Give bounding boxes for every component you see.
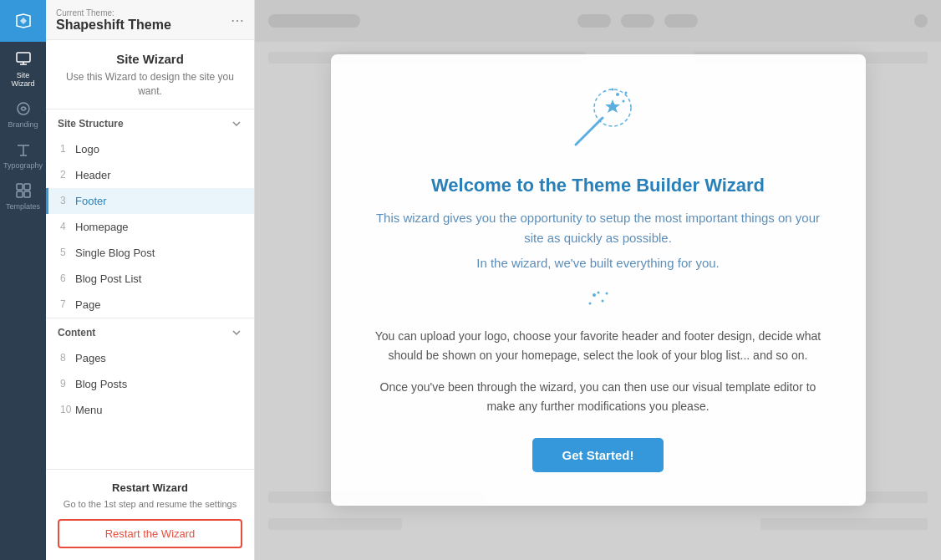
wizard-card: Welcome to the Theme Builder Wizard This… — [331, 54, 866, 505]
sidebar-item-typography[interactable]: Typography — [0, 132, 46, 173]
nav-item-logo[interactable]: 1 Logo — [46, 136, 254, 162]
restart-section: Restart Wizard Go to the 1st step and re… — [46, 469, 254, 560]
content-label: Content — [58, 327, 95, 339]
sidebar-item-branding[interactable]: Branding — [0, 91, 46, 132]
nav-item-page[interactable]: 7 Page — [46, 292, 254, 318]
theme-title: Shapeshift Theme — [56, 18, 171, 33]
nav-item-homepage[interactable]: 4 Homepage — [46, 214, 254, 240]
svg-point-8 — [622, 100, 624, 103]
svg-point-14 — [601, 300, 603, 303]
wizard-card-lead: This wizard gives you the opportunity to… — [373, 208, 824, 248]
wizard-sparkles-icon — [577, 288, 619, 313]
nav-item-header[interactable]: 2 Header — [46, 162, 254, 188]
sidebar-header-meta-block: Current Theme: Shapeshift Theme — [56, 8, 171, 33]
svg-rect-4 — [24, 184, 30, 190]
svg-rect-3 — [17, 184, 23, 190]
wizard-card-overlay: Welcome to the Theme Builder Wizard This… — [255, 0, 941, 560]
nav-item-blog-posts[interactable]: 9 Blog Posts — [46, 371, 254, 397]
current-theme-label: Current Theme: — [56, 8, 171, 18]
nav-item-footer[interactable]: 3 Footer — [46, 188, 254, 214]
wizard-card-body: You can upload your logo, choose your fa… — [373, 327, 824, 365]
restart-wizard-button[interactable]: Restart the Wizard — [58, 519, 242, 548]
svg-rect-6 — [24, 191, 30, 197]
app-logo[interactable] — [0, 0, 46, 42]
chevron-down-icon — [231, 118, 242, 130]
main-content: Welcome to the Theme Builder Wizard This… — [255, 0, 941, 560]
wizard-card-title: Welcome to the Theme Builder Wizard — [373, 175, 824, 196]
wizard-card-body2: Once you've been through the wizard, you… — [373, 378, 824, 416]
svg-rect-5 — [17, 191, 23, 197]
site-structure-label: Site Structure — [58, 118, 124, 130]
svg-point-16 — [588, 303, 591, 305]
svg-point-7 — [616, 93, 619, 96]
wizard-panel-description: Use this Wizard to design the site you w… — [46, 70, 254, 109]
wizard-wand-icon — [561, 84, 636, 160]
svg-point-15 — [597, 292, 599, 294]
sidebar-item-site-wizard[interactable]: Site Wizard — [0, 42, 46, 91]
site-structure-section-header[interactable]: Site Structure — [46, 109, 254, 136]
nav-item-single-blog-post[interactable]: 5 Single Blog Post — [46, 240, 254, 266]
nav-item-pages[interactable]: 8 Pages — [46, 345, 254, 371]
sidebar-item-templates[interactable]: Templates — [0, 173, 46, 214]
nav-item-menu[interactable]: 10 Menu — [46, 397, 254, 423]
wizard-card-sub: In the wizard, we've built everything fo… — [373, 253, 824, 273]
svg-point-2 — [18, 103, 29, 115]
svg-line-12 — [576, 118, 603, 145]
theme-options-button[interactable]: ⋯ — [231, 13, 244, 28]
svg-point-13 — [593, 293, 596, 297]
content-chevron-icon — [231, 327, 242, 339]
restart-wizard-title: Restart Wizard — [58, 481, 242, 494]
site-structure-list: 1 Logo 2 Header 3 Footer 4 Homepage 5 Si… — [46, 136, 254, 318]
content-section-header[interactable]: Content — [46, 318, 254, 345]
sidebar-panel: Current Theme: Shapeshift Theme ⋯ Site W… — [46, 0, 255, 560]
content-list: 8 Pages 9 Blog Posts 10 Menu — [46, 345, 254, 423]
wizard-panel-title: Site Wizard — [46, 40, 254, 70]
svg-point-9 — [624, 92, 627, 94]
svg-rect-1 — [17, 53, 30, 62]
nav-item-blog-post-list[interactable]: 6 Blog Post List — [46, 266, 254, 292]
svg-point-17 — [605, 293, 608, 295]
restart-wizard-desc: Go to the 1st step and resume the settin… — [58, 498, 242, 511]
sidebar-header: Current Theme: Shapeshift Theme ⋯ — [46, 0, 254, 40]
icon-bar: Site Wizard Branding Typography Template… — [0, 0, 46, 560]
get-started-button[interactable]: Get Started! — [532, 438, 664, 472]
